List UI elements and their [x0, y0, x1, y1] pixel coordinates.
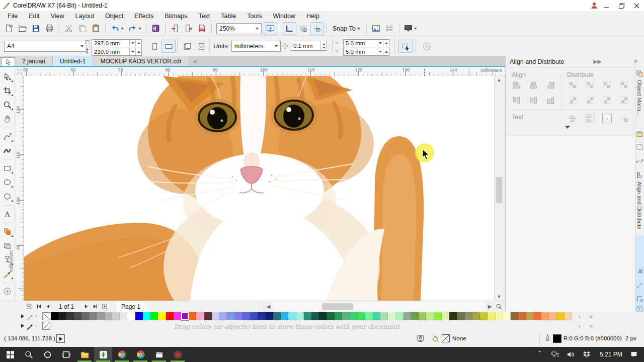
paste-button[interactable] [89, 22, 103, 35]
distribute-spacing-v-button[interactable] [599, 94, 614, 107]
taskbar-cortana[interactable] [38, 347, 56, 362]
color-swatch[interactable] [457, 312, 464, 320]
color-swatch[interactable] [496, 312, 503, 320]
color-swatch[interactable] [472, 312, 480, 320]
color-swatch[interactable] [534, 312, 541, 320]
align-right-button[interactable] [543, 78, 558, 92]
color-swatch[interactable] [411, 312, 419, 320]
color-swatch[interactable] [105, 312, 112, 320]
scrapbook-icon[interactable] [636, 130, 644, 138]
snap-to-button[interactable]: Snap To [329, 23, 364, 35]
shape-tool[interactable] [1, 70, 14, 83]
distribute-center-h-button[interactable] [582, 78, 597, 92]
color-swatch[interactable] [120, 312, 127, 320]
guidelines-icon[interactable] [636, 282, 644, 290]
next-page-button[interactable] [82, 302, 91, 311]
show-rulers-button[interactable] [283, 22, 296, 35]
color-swatch[interactable] [174, 312, 181, 320]
align-bottom-button[interactable] [543, 94, 558, 107]
document-tab-1[interactable]: 2 januari [15, 56, 53, 66]
pan-tool[interactable] [1, 112, 14, 125]
menu-tools[interactable]: Tools [242, 11, 267, 22]
menu-bitmaps[interactable]: Bitmaps [159, 11, 193, 22]
distribute-left-button[interactable] [565, 78, 580, 92]
import-button[interactable] [168, 22, 182, 35]
horizontal-scroll-thumb[interactable] [322, 303, 353, 310]
open-document-button[interactable] [16, 22, 29, 35]
zoom-to-fit-button[interactable] [264, 22, 277, 35]
document-options-button[interactable] [369, 22, 383, 35]
taskbar-chrome-2[interactable] [131, 347, 149, 362]
add-page-button[interactable] [24, 302, 33, 311]
application-launcher-button[interactable] [149, 22, 163, 35]
vertical-ruler[interactable]: millimeters12011010090 [15, 76, 24, 301]
color-swatch[interactable] [304, 312, 311, 320]
new-document-button[interactable] [2, 22, 16, 35]
taskbar-file-explorer[interactable] [75, 347, 94, 362]
color-swatch[interactable] [449, 312, 457, 320]
new-tab-button[interactable]: + [189, 56, 201, 66]
all-pages-button[interactable] [180, 40, 194, 53]
color-swatch[interactable] [181, 312, 189, 320]
ellipse-tool[interactable] [1, 175, 14, 189]
palette-scroll-right[interactable]: › [579, 313, 581, 319]
crop-tool[interactable] [1, 84, 14, 97]
zoom-scroll-button[interactable] [494, 302, 503, 311]
color-swatch[interactable] [556, 312, 564, 320]
close-button[interactable] [629, 1, 644, 11]
menu-effects[interactable]: Effects [129, 11, 159, 22]
menu-file[interactable]: File [2, 11, 23, 22]
color-swatch[interactable] [549, 312, 556, 320]
align-center-v-button[interactable] [526, 94, 541, 107]
color-swatch[interactable] [204, 312, 212, 320]
outline-color-swatch[interactable] [553, 334, 561, 343]
menu-object[interactable]: Object [100, 11, 129, 22]
maximize-button[interactable] [614, 1, 629, 11]
color-swatch[interactable] [97, 312, 104, 320]
color-swatch[interactable] [350, 312, 357, 320]
insert-character-icon[interactable]: A [636, 268, 644, 276]
doc-palette-scroll-right[interactable]: › [579, 323, 581, 329]
color-swatch[interactable] [342, 312, 350, 320]
color-swatch[interactable] [219, 312, 227, 320]
outline-pen-icon[interactable] [543, 334, 552, 343]
color-swatch[interactable] [465, 312, 472, 320]
docker-collapse-button[interactable]: ▶▶ [591, 58, 604, 65]
menu-text[interactable]: Text [193, 11, 215, 22]
color-swatch[interactable] [357, 312, 365, 320]
zoom-tool[interactable] [1, 98, 14, 111]
view-options-button[interactable] [383, 22, 396, 35]
align-center-h-button[interactable] [526, 78, 541, 92]
menu-window[interactable]: Window [267, 11, 300, 22]
add-page-button-2[interactable] [100, 302, 109, 311]
doc-palette-expand[interactable]: » [590, 323, 593, 329]
duplicate-x-input[interactable]: 5.0 mm [343, 39, 389, 47]
page-width-input[interactable]: 297.0 mm [92, 39, 142, 47]
document-tab-3[interactable]: MOCKUP KAOS VEKTOR.cdr [93, 56, 189, 66]
network-icon[interactable] [551, 350, 559, 358]
menu-edit[interactable]: Edit [23, 11, 45, 22]
save-document-button[interactable] [29, 22, 43, 35]
color-swatch[interactable] [258, 312, 265, 320]
page-1-tab[interactable]: Page 1 [115, 301, 150, 312]
align-left-button[interactable] [509, 78, 524, 92]
color-swatch[interactable] [166, 312, 174, 320]
copy-button[interactable] [75, 22, 89, 35]
scroll-up-button[interactable]: ▲ [495, 76, 504, 84]
color-swatch[interactable] [380, 312, 388, 320]
cut-button[interactable] [62, 22, 75, 35]
nudge-input[interactable]: 0.1 mm [291, 41, 327, 51]
menu-layout[interactable]: Layout [70, 11, 100, 22]
minimize-button[interactable] [599, 1, 614, 11]
freehand-tool[interactable] [1, 130, 14, 143]
horizontal-scroll-track[interactable] [273, 302, 485, 311]
color-swatch[interactable] [158, 312, 166, 320]
portrait-button[interactable] [147, 40, 162, 53]
current-page-button[interactable] [194, 40, 208, 53]
scroll-right-button[interactable]: ▶ [486, 302, 494, 311]
print-button[interactable] [43, 22, 56, 35]
landscape-button[interactable] [162, 40, 176, 53]
taskbar-task-view[interactable] [57, 347, 75, 362]
align-distribute-icon[interactable] [636, 171, 644, 179]
color-swatch[interactable] [51, 312, 58, 320]
